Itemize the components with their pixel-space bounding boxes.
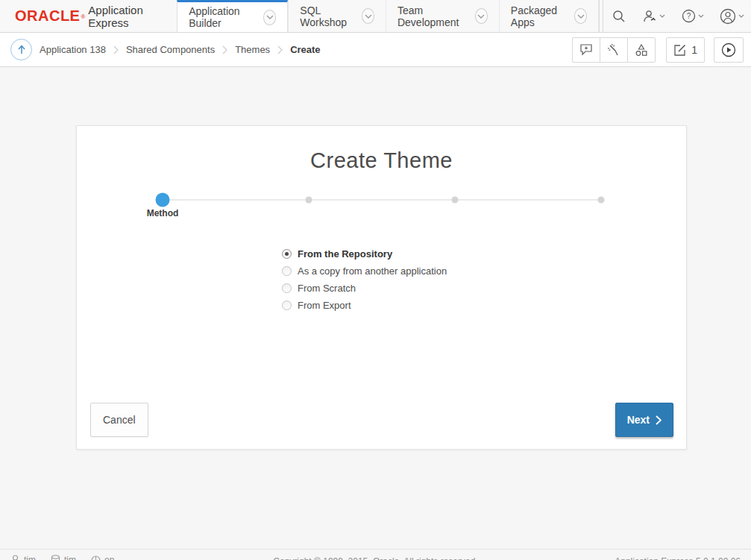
app-header: ORACLE ® Application Express Application… xyxy=(0,0,751,33)
tab-label: Team Development xyxy=(398,4,468,28)
footer-version: Application Express 5.0.1.00.06 xyxy=(615,556,741,560)
page-title: Create Theme xyxy=(77,148,686,173)
user-menu-button[interactable] xyxy=(712,0,751,32)
tab-label: SQL Workshop xyxy=(300,4,355,28)
utilities-button[interactable] xyxy=(600,37,628,63)
edit-page-number: 1 xyxy=(691,44,697,56)
wizard-progress-track xyxy=(163,199,601,201)
radio-label: From the Repository xyxy=(298,248,392,259)
chevron-down-icon xyxy=(698,14,704,18)
chevron-down-icon[interactable] xyxy=(475,8,488,24)
svg-text:?: ? xyxy=(687,12,691,20)
header-icon-buttons: ? xyxy=(599,0,751,32)
help-menu-button[interactable]: ? xyxy=(673,0,712,32)
radio-button-icon[interactable] xyxy=(282,283,292,293)
chevron-down-icon[interactable] xyxy=(362,8,374,24)
wizard-step-dot-3 xyxy=(452,197,459,204)
breadcrumb-create: Create xyxy=(290,44,320,55)
breadcrumb-themes[interactable]: Themes xyxy=(235,44,270,55)
next-button[interactable]: Next xyxy=(615,403,673,437)
tab-label: Application Builder xyxy=(189,5,257,29)
radio-from-the-repository[interactable]: From the Repository xyxy=(282,245,447,262)
user-icon xyxy=(720,8,736,25)
page-footer: tim tim en Copyright © 1999, 2015, Oracl… xyxy=(0,549,751,560)
breadcrumb-separator-icon xyxy=(113,45,119,54)
search-button[interactable] xyxy=(603,0,635,32)
radio-button-icon[interactable] xyxy=(282,249,292,259)
main-content: Create Theme Method From the Repository … xyxy=(0,67,751,559)
chevron-down-icon xyxy=(659,14,665,18)
feedback-button[interactable] xyxy=(572,37,600,63)
admin-icon xyxy=(643,10,657,23)
radio-button-icon[interactable] xyxy=(282,301,292,310)
radio-from-scratch[interactable]: From Scratch xyxy=(282,280,447,297)
radio-label: As a copy from another application xyxy=(298,265,447,277)
chevron-down-icon[interactable] xyxy=(574,8,587,24)
radio-from-export[interactable]: From Export xyxy=(282,297,447,314)
chevron-right-icon xyxy=(656,415,662,425)
shared-components-button[interactable] xyxy=(627,37,656,63)
tab-packaged-apps[interactable]: Packaged Apps xyxy=(499,0,599,32)
radio-label: From Export xyxy=(298,300,351,311)
breadcrumb-shared-components[interactable]: Shared Components xyxy=(126,44,215,55)
run-icon xyxy=(721,43,736,57)
up-level-button[interactable] xyxy=(10,39,32,60)
edit-page-button[interactable]: 1 xyxy=(666,37,705,63)
radio-as-a-copy[interactable]: As a copy from another application xyxy=(282,262,447,280)
apex-create-theme-page: { "header": { "logo": { "brand": "ORACLE… xyxy=(0,0,751,560)
chevron-down-icon[interactable] xyxy=(263,10,276,25)
tab-team-development[interactable]: Team Development xyxy=(386,0,499,32)
help-icon: ? xyxy=(682,9,696,23)
breadcrumb-separator-icon xyxy=(277,45,283,54)
toolbar-button-group xyxy=(572,37,656,63)
search-icon xyxy=(612,10,626,23)
radio-label: From Scratch xyxy=(298,283,356,294)
radio-button-icon[interactable] xyxy=(282,266,292,276)
run-application-button[interactable] xyxy=(714,37,744,63)
arrow-up-icon xyxy=(17,45,26,54)
wizard-step-dot-2 xyxy=(305,197,312,204)
oracle-brand-text: ORACLE xyxy=(15,7,80,25)
administration-menu-button[interactable] xyxy=(635,0,673,32)
wizard-step-dot-4 xyxy=(598,197,605,204)
feedback-icon xyxy=(579,43,593,56)
oracle-logo: ORACLE ® Application Express xyxy=(0,0,177,32)
breadcrumb-separator-icon xyxy=(222,45,227,54)
utilities-wand-icon xyxy=(607,43,620,57)
product-name-text: Application Express xyxy=(88,4,159,29)
cancel-button[interactable]: Cancel xyxy=(90,403,148,437)
shared-components-icon xyxy=(635,43,648,57)
breadcrumb-application-138[interactable]: Application 138 xyxy=(40,44,106,55)
wizard-step-label: Method xyxy=(147,208,179,218)
edit-page-icon xyxy=(673,43,687,57)
top-nav-tabs: Application Builder SQL Workshop Team De… xyxy=(177,0,599,32)
tab-label: Packaged Apps xyxy=(511,4,568,28)
create-theme-method-options: From the Repository As a copy from anoth… xyxy=(282,245,447,314)
chevron-down-icon xyxy=(738,14,744,18)
breadcrumb: Application 138 Shared Components Themes… xyxy=(40,44,321,55)
wizard-step-dot-method xyxy=(156,193,170,207)
tab-application-builder[interactable]: Application Builder xyxy=(177,0,288,32)
breadcrumb-bar: Application 138 Shared Components Themes… xyxy=(0,33,751,67)
create-theme-wizard-card: Create Theme Method From the Repository … xyxy=(76,125,687,450)
page-toolbar: 1 xyxy=(572,37,744,63)
registered-mark: ® xyxy=(81,13,85,21)
next-button-label: Next xyxy=(627,414,650,426)
tab-sql-workshop[interactable]: SQL Workshop xyxy=(288,0,386,32)
